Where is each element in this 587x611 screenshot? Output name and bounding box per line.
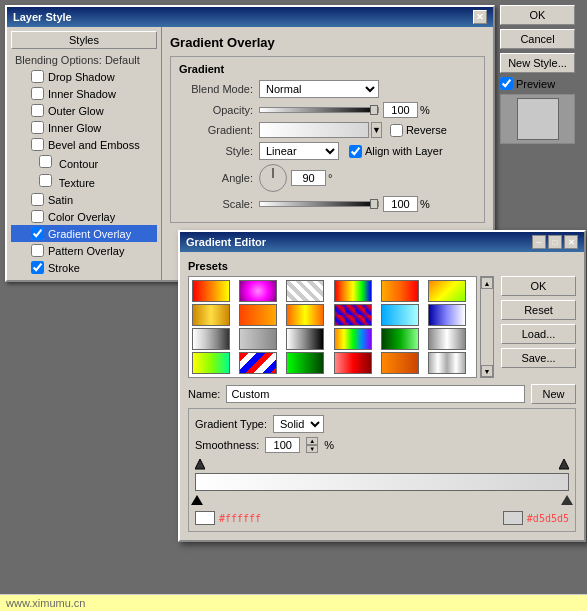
scale-slider-thumb[interactable]: [370, 199, 378, 209]
ge-save-button[interactable]: Save...: [501, 348, 576, 368]
styles-tab[interactable]: Styles: [11, 31, 157, 49]
angle-row: Angle: °: [179, 164, 476, 192]
gradient-type-select[interactable]: Solid: [273, 415, 324, 433]
preset-swatch[interactable]: [381, 280, 419, 302]
opacity-stop-left[interactable]: [195, 459, 205, 473]
close-icon[interactable]: ✕: [473, 10, 487, 24]
reverse-label[interactable]: Reverse: [390, 124, 447, 137]
align-layer-checkbox[interactable]: [349, 145, 362, 158]
preset-swatch[interactable]: [286, 328, 324, 350]
pattern-overlay-checkbox[interactable]: [31, 244, 44, 257]
preset-swatch[interactable]: [192, 328, 230, 350]
preset-swatch[interactable]: [239, 328, 277, 350]
sidebar-item-contour[interactable]: Contour: [11, 153, 157, 172]
preset-swatch[interactable]: [192, 280, 230, 302]
smoothness-stepper[interactable]: ▲ ▼: [306, 437, 318, 453]
ge-minimize-icon[interactable]: ─: [532, 235, 546, 249]
blend-mode-select[interactable]: Normal: [259, 80, 379, 98]
sidebar-item-inner-shadow[interactable]: Inner Shadow: [11, 85, 157, 102]
opacity-slider-thumb[interactable]: [370, 105, 378, 115]
scroll-up-icon[interactable]: ▲: [481, 277, 493, 289]
bevel-emboss-checkbox[interactable]: [31, 138, 44, 151]
preset-swatch[interactable]: [428, 328, 466, 350]
presets-area: ▲ ▼ OK Reset Load... Save...: [188, 276, 576, 378]
preset-swatch[interactable]: [334, 304, 372, 326]
gradient-label: Gradient:: [179, 124, 259, 136]
preset-swatch[interactable]: [239, 304, 277, 326]
preview-box: [500, 94, 575, 144]
contour-checkbox[interactable]: [39, 155, 52, 168]
sidebar-item-color-overlay[interactable]: Color Overlay: [11, 208, 157, 225]
outer-glow-checkbox[interactable]: [31, 104, 44, 117]
sidebar-item-bevel-emboss[interactable]: Bevel and Emboss: [11, 136, 157, 153]
gradient-preview[interactable]: [259, 122, 369, 138]
sidebar-item-drop-shadow[interactable]: Drop Shadow: [11, 68, 157, 85]
angle-dial[interactable]: [259, 164, 287, 192]
blending-options-item[interactable]: Blending Options: Default: [11, 52, 157, 68]
ge-close-icon[interactable]: ✕: [564, 235, 578, 249]
ok-button[interactable]: OK: [500, 5, 575, 25]
scale-slider-track[interactable]: [259, 201, 379, 207]
stop-right-swatch[interactable]: [503, 511, 523, 525]
inner-shadow-checkbox[interactable]: [31, 87, 44, 100]
preset-swatch[interactable]: [428, 352, 466, 374]
ge-reset-button[interactable]: Reset: [501, 300, 576, 320]
color-overlay-checkbox[interactable]: [31, 210, 44, 223]
gradient-arrow-btn[interactable]: ▼: [371, 122, 382, 138]
align-layer-label[interactable]: Align with Layer: [349, 145, 443, 158]
sidebar-item-texture[interactable]: Texture: [11, 172, 157, 191]
stop-left-swatch[interactable]: [195, 511, 215, 525]
preset-swatch[interactable]: [381, 304, 419, 326]
preset-swatch[interactable]: [239, 352, 277, 374]
inner-glow-checkbox[interactable]: [31, 121, 44, 134]
gradient-editor-titlebar: Gradient Editor ─ □ ✕: [180, 232, 584, 252]
color-stop-left[interactable]: [191, 495, 203, 505]
preset-swatch[interactable]: [428, 280, 466, 302]
sidebar-item-pattern-overlay[interactable]: Pattern Overlay: [11, 242, 157, 259]
preview-checkbox[interactable]: [500, 77, 513, 90]
opacity-stop-right[interactable]: [559, 459, 569, 473]
stepper-down-icon[interactable]: ▼: [306, 445, 318, 453]
cancel-button[interactable]: Cancel: [500, 29, 575, 49]
gradient-overlay-checkbox[interactable]: [31, 227, 44, 240]
preset-swatch[interactable]: [381, 352, 419, 374]
scale-input[interactable]: [383, 196, 418, 212]
sidebar-item-satin[interactable]: Satin: [11, 191, 157, 208]
name-input[interactable]: [226, 385, 525, 403]
scroll-down-icon[interactable]: ▼: [481, 365, 493, 377]
style-select[interactable]: Linear: [259, 142, 339, 160]
opacity-input[interactable]: [383, 102, 418, 118]
stepper-up-icon[interactable]: ▲: [306, 437, 318, 445]
ge-ok-button[interactable]: OK: [501, 276, 576, 296]
preset-swatch[interactable]: [239, 280, 277, 302]
presets-scrollbar: ▲ ▼: [480, 276, 494, 378]
preset-swatch[interactable]: [381, 328, 419, 350]
ge-maximize-icon[interactable]: □: [548, 235, 562, 249]
satin-checkbox[interactable]: [31, 193, 44, 206]
gradient-bar[interactable]: [195, 473, 569, 491]
preset-swatch[interactable]: [428, 304, 466, 326]
new-style-button[interactable]: New Style...: [500, 53, 575, 73]
drop-shadow-checkbox[interactable]: [31, 70, 44, 83]
preset-swatch[interactable]: [192, 304, 230, 326]
sidebar-item-outer-glow[interactable]: Outer Glow: [11, 102, 157, 119]
angle-input[interactable]: [291, 170, 326, 186]
preset-swatch[interactable]: [334, 280, 372, 302]
reverse-checkbox[interactable]: [390, 124, 403, 137]
sidebar-item-stroke[interactable]: Stroke: [11, 259, 157, 276]
ge-load-button[interactable]: Load...: [501, 324, 576, 344]
preset-swatch[interactable]: [334, 328, 372, 350]
preset-swatch[interactable]: [192, 352, 230, 374]
sidebar-item-inner-glow[interactable]: Inner Glow: [11, 119, 157, 136]
stroke-checkbox[interactable]: [31, 261, 44, 274]
color-stop-right[interactable]: [561, 495, 573, 505]
preset-swatch[interactable]: [286, 280, 324, 302]
opacity-slider-track[interactable]: [259, 107, 379, 113]
preset-swatch[interactable]: [286, 304, 324, 326]
new-gradient-button[interactable]: New: [531, 384, 576, 404]
preset-swatch[interactable]: [286, 352, 324, 374]
sidebar-item-gradient-overlay[interactable]: Gradient Overlay: [11, 225, 157, 242]
smoothness-input[interactable]: [265, 437, 300, 453]
preset-swatch[interactable]: [334, 352, 372, 374]
texture-checkbox[interactable]: [39, 174, 52, 187]
